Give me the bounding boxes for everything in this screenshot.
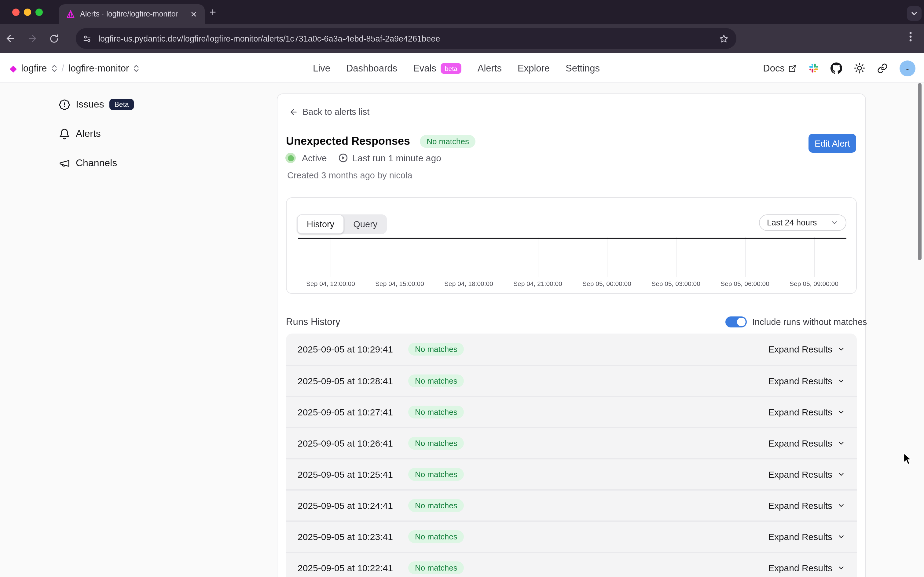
arrow-left-icon [289,107,298,116]
gridline [676,237,677,277]
browser-menu-button[interactable] [906,31,916,42]
active-dot-icon [285,153,296,163]
x-tick-label: Sep 05, 03:00:00 [651,280,700,287]
nav-evals[interactable]: Evals beta [413,63,462,74]
header-actions: Docs - [763,53,916,83]
tab-search-button[interactable] [907,6,922,21]
gridline [538,237,539,277]
run-status-badge: No matches [408,343,464,356]
zoom-window-button[interactable] [35,8,43,16]
sidebar-item-alerts[interactable]: Alerts [59,126,134,141]
time-range-select[interactable]: Last 24 hours [759,214,847,231]
history-query-tabs: History Query [297,214,387,234]
org-selector[interactable]: logfire [21,63,47,74]
run-status-badge: No matches [408,437,464,450]
github-icon[interactable] [830,62,842,74]
expand-results-button[interactable]: Expand Results [768,500,845,511]
reload-icon [49,33,59,44]
expand-results-button[interactable]: Expand Results [768,469,845,480]
run-row[interactable]: 2025-09-05 at 10:29:41 No matches Expand… [286,334,857,365]
expand-results-button[interactable]: Expand Results [768,532,845,542]
bookmark-star-icon[interactable] [719,33,729,44]
chevron-down-icon [837,564,845,572]
run-row[interactable]: 2025-09-05 at 10:27:41 No matches Expand… [286,396,857,427]
run-row[interactable]: 2025-09-05 at 10:22:41 No matches Expand… [286,552,857,577]
run-timestamp: 2025-09-05 at 10:24:41 [298,500,408,511]
expand-results-button[interactable]: Expand Results [768,562,845,573]
run-timestamp: 2025-09-05 at 10:26:41 [298,438,408,448]
run-row[interactable]: 2025-09-05 at 10:26:41 No matches Expand… [286,427,857,458]
nav-explore[interactable]: Explore [518,63,550,74]
gridline [469,237,469,277]
nav-evals-label: Evals [413,63,436,74]
expand-results-button[interactable]: Expand Results [768,407,845,417]
docs-link[interactable]: Docs [763,63,797,74]
edit-alert-button[interactable]: Edit Alert [808,134,856,153]
browser-tab[interactable]: Alerts · logfire/logfire-monitor ✕ [59,4,205,24]
alert-status-badge: No matches [420,135,476,148]
run-row[interactable]: 2025-09-05 at 10:23:41 No matches Expand… [286,521,857,552]
sidebar-item-issues[interactable]: Issues Beta [59,97,134,112]
slack-icon[interactable] [808,63,819,73]
run-row[interactable]: 2025-09-05 at 10:25:41 No matches Expand… [286,458,857,489]
back-button[interactable] [5,33,23,44]
expand-results-label: Expand Results [768,376,832,386]
share-link-icon[interactable] [877,63,888,74]
forward-button[interactable] [27,33,45,44]
run-timestamp: 2025-09-05 at 10:28:41 [298,376,408,386]
chevron-down-icon [911,10,918,17]
selector-chevrons-icon[interactable] [133,63,139,73]
run-status-badge: No matches [408,468,464,481]
run-status-badge: No matches [408,530,464,543]
selector-chevrons-icon[interactable] [51,63,58,73]
expand-results-button[interactable]: Expand Results [768,344,845,354]
gridline [607,237,608,277]
tab-query[interactable]: Query [344,214,387,234]
x-tick-label: Sep 04, 21:00:00 [513,280,562,287]
project-selector[interactable]: logfire-monitor [68,63,129,74]
chevron-down-icon [837,377,845,385]
x-axis-line [298,238,847,239]
close-window-button[interactable] [12,8,19,16]
arrow-left-icon [5,33,16,44]
include-runs-toggle-row: Include runs without matches [726,316,867,327]
include-runs-toggle[interactable] [726,316,747,327]
run-row[interactable]: 2025-09-05 at 10:28:41 No matches Expand… [286,365,857,396]
gridline [400,237,400,277]
run-timestamp: 2025-09-05 at 10:22:41 [298,562,408,573]
site-settings-icon[interactable] [82,33,92,44]
run-status-badge: No matches [408,406,464,419]
expand-results-button[interactable]: Expand Results [768,376,845,386]
logfire-logo-icon: ◆ [10,63,17,74]
x-tick-label: Sep 05, 06:00:00 [721,280,769,287]
history-panel: History Query Last 24 hours Sep 04, 12:0… [286,197,857,294]
mouse-cursor [903,453,913,466]
expand-results-button[interactable]: Expand Results [768,438,845,448]
nav-live[interactable]: Live [313,63,330,74]
nav-alerts[interactable]: Alerts [477,63,502,74]
new-tab-button[interactable]: + [210,7,216,18]
reload-button[interactable] [49,33,67,44]
scrollbar-thumb[interactable] [918,83,922,260]
url-text[interactable]: logfire-us.pydantic.dev/logfire/logfire-… [98,34,719,43]
screen: Alerts · logfire/logfire-monitor ✕ + log… [0,0,924,577]
sidebar-item-channels[interactable]: Channels [59,156,134,171]
user-avatar[interactable]: - [900,60,916,76]
tab-close-icon[interactable]: ✕ [189,10,198,19]
gridline [745,237,745,277]
minimize-window-button[interactable] [24,8,31,16]
run-row[interactable]: 2025-09-05 at 10:24:41 No matches Expand… [286,489,857,521]
run-timestamp: 2025-09-05 at 10:27:41 [298,407,408,417]
play-circle-icon [338,153,348,163]
app-header: ◆ logfire / logfire-monitor Live Dashboa… [0,53,924,83]
theme-sun-icon[interactable] [854,62,865,74]
nav-settings[interactable]: Settings [566,63,600,74]
sidebar-alerts-label: Alerts [76,128,101,139]
back-to-alerts-link[interactable]: Back to alerts list [289,107,369,117]
logfire-favicon [66,10,75,19]
run-status-badge: No matches [408,561,464,574]
nav-dashboards[interactable]: Dashboards [346,63,397,74]
expand-results-label: Expand Results [768,562,832,573]
tab-history[interactable]: History [297,214,344,234]
url-bar[interactable]: logfire-us.pydantic.dev/logfire/logfire-… [76,28,736,49]
